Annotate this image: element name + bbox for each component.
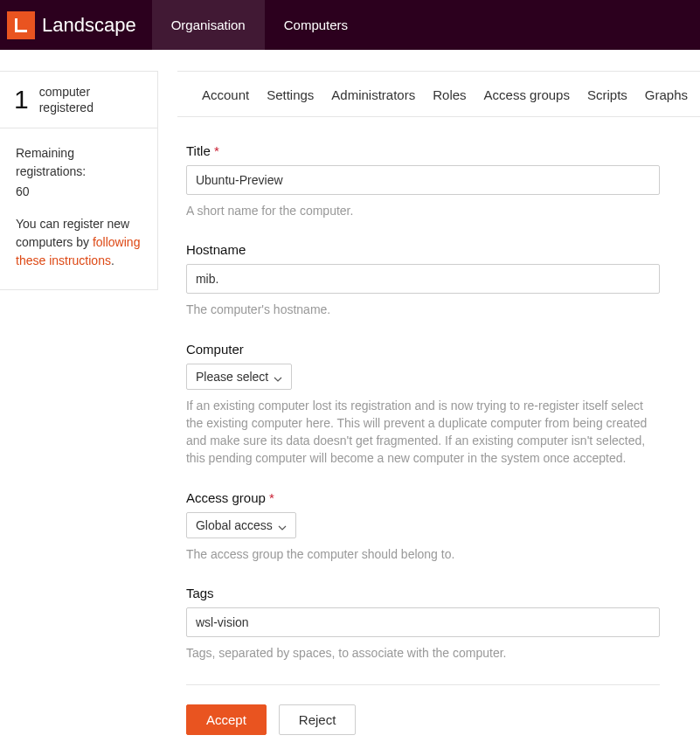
form-divider xyxy=(186,684,660,685)
nav-computers[interactable]: Computers xyxy=(265,0,367,50)
field-hostname: Hostname The computer's hostname. xyxy=(186,242,660,318)
field-title: Title * A short name for the computer. xyxy=(186,143,660,219)
sidebar: 1 computer registered Remaining registra… xyxy=(0,71,158,290)
required-asterisk: * xyxy=(269,490,274,505)
computer-select[interactable]: Please select xyxy=(186,364,292,390)
hostname-label: Hostname xyxy=(186,242,660,257)
svg-rect-0 xyxy=(15,18,17,32)
tags-label: Tags xyxy=(186,586,660,600)
hostname-input[interactable] xyxy=(186,264,660,294)
field-tags: Tags Tags, separated by spaces, to assoc… xyxy=(186,586,660,662)
chevron-down-icon xyxy=(278,521,287,530)
title-label-text: Title xyxy=(186,143,211,158)
app-header: Landscape Organisation Computers xyxy=(0,0,700,50)
computer-help: If an existing computer lost its registr… xyxy=(186,397,660,468)
registered-count: 1 xyxy=(14,87,29,113)
title-help: A short name for the computer. xyxy=(186,202,660,219)
tab-settings[interactable]: Settings xyxy=(267,87,314,102)
tab-graphs[interactable]: Graphs xyxy=(645,87,688,102)
registered-label-line2: registered xyxy=(39,100,94,115)
form-area: Title * A short name for the computer. H… xyxy=(177,117,700,756)
title-input[interactable] xyxy=(186,165,660,195)
register-instructions: You can register new computers by follow… xyxy=(16,215,142,270)
main-panel: Account Settings Administrators Roles Ac… xyxy=(177,71,700,756)
tags-input[interactable] xyxy=(186,607,660,637)
tab-roles[interactable]: Roles xyxy=(433,87,466,102)
accept-button[interactable]: Accept xyxy=(186,704,267,735)
tab-administrators[interactable]: Administrators xyxy=(331,87,415,102)
form-actions: Accept Reject xyxy=(186,704,660,735)
access-group-label-text: Access group xyxy=(186,490,266,505)
brand-block[interactable]: Landscape xyxy=(0,0,152,50)
tab-scripts[interactable]: Scripts xyxy=(587,87,627,102)
nav-computers-label: Computers xyxy=(284,17,348,32)
landscape-logo-icon xyxy=(7,11,35,39)
tab-access-groups[interactable]: Access groups xyxy=(484,87,570,102)
remaining-label: Remaining registrations: xyxy=(16,144,142,181)
content-area: 1 computer registered Remaining registra… xyxy=(0,50,700,756)
access-group-selected-value: Global access xyxy=(196,518,273,532)
brand-text: Landscape xyxy=(42,14,136,37)
tab-account[interactable]: Account xyxy=(202,87,249,102)
required-asterisk: * xyxy=(214,143,219,158)
field-access-group: Access group * Global access The access … xyxy=(186,490,660,563)
remaining-value: 60 xyxy=(16,183,142,201)
chevron-down-icon xyxy=(274,372,282,381)
hostname-help: The computer's hostname. xyxy=(186,301,660,318)
registered-label-line1: computer xyxy=(39,84,94,100)
nav-organisation[interactable]: Organisation xyxy=(152,0,265,50)
svg-rect-1 xyxy=(17,30,27,32)
access-group-help: The access group the computer should bel… xyxy=(186,545,660,563)
nav-organisation-label: Organisation xyxy=(171,17,246,32)
sidebar-body: Remaining registrations: 60 You can regi… xyxy=(0,128,157,289)
tags-help: Tags, separated by spaces, to associate … xyxy=(186,644,660,662)
sidebar-summary: 1 computer registered xyxy=(0,72,157,128)
field-computer: Computer Please select If an existing co… xyxy=(186,342,660,468)
access-group-select[interactable]: Global access xyxy=(186,512,296,538)
register-text-suffix: . xyxy=(111,253,114,267)
computer-selected-value: Please select xyxy=(196,370,268,384)
computer-label: Computer xyxy=(186,342,660,357)
access-group-label: Access group * xyxy=(186,490,660,505)
title-label: Title * xyxy=(186,143,660,158)
registered-count-label: computer registered xyxy=(39,84,94,115)
tab-bar: Account Settings Administrators Roles Ac… xyxy=(177,72,700,117)
reject-button[interactable]: Reject xyxy=(279,704,357,735)
